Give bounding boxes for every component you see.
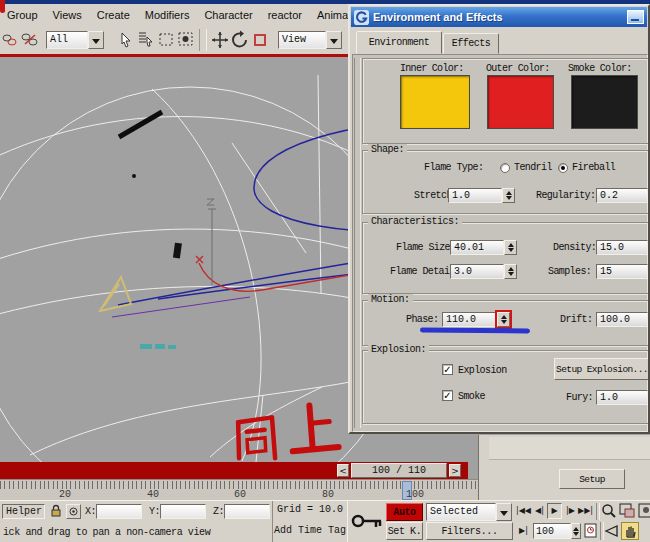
prev-key-button[interactable]: ◀| (532, 503, 547, 519)
reference-coordinate-arrow-icon[interactable] (326, 31, 342, 49)
smoke-checkbox[interactable]: ✓ (442, 390, 453, 401)
rectangular-selection-region-icon[interactable] (156, 30, 176, 50)
add-time-tag[interactable]: Add Time Tag (272, 522, 348, 542)
time-slider-handle[interactable]: 100 / 110 (351, 463, 447, 478)
stretch-field[interactable] (448, 188, 502, 203)
shape-legend: Shape: (368, 144, 407, 155)
zoom-all-icon[interactable] (619, 503, 635, 523)
reference-coordinate-combo[interactable]: View (278, 31, 342, 49)
frame-spinner[interactable] (571, 523, 581, 539)
key-mode-toggle-icon[interactable]: ▶| (516, 523, 531, 539)
explosion-checkbox-label: Explosion (458, 365, 507, 376)
set-key-icon[interactable] (350, 507, 384, 539)
explosion-checkbox[interactable]: ✓ (442, 364, 453, 375)
tick-label: 100 (403, 489, 427, 500)
drift-label: Drift: (560, 314, 592, 325)
z-coord-field[interactable] (224, 504, 270, 519)
flame-type-label: Flame Type: (424, 162, 483, 173)
smoke-color-swatch[interactable] (571, 75, 638, 129)
samples-field[interactable] (596, 264, 648, 279)
outer-color-swatch[interactable] (487, 75, 554, 129)
play-button[interactable]: ▶ (547, 503, 562, 519)
density-label: Density: (553, 242, 596, 253)
move-tool-icon[interactable] (210, 30, 230, 50)
menu-views[interactable]: Views (53, 9, 82, 21)
regularity-field[interactable] (596, 188, 648, 203)
shape-group: Shape: (362, 150, 650, 214)
time-slider-prev-button[interactable]: < (337, 464, 349, 477)
outer-color-label: Outer Color: (486, 63, 550, 74)
select-object-icon[interactable] (116, 30, 136, 50)
tick-label: 60 (228, 489, 252, 500)
phase-spinner[interactable] (497, 312, 510, 327)
samples-label: Samples: (548, 266, 591, 277)
time-configuration-icon[interactable] (584, 523, 598, 542)
selection-lock-icon[interactable] (49, 503, 63, 523)
selection-filter-arrow-icon[interactable] (88, 31, 104, 49)
motion-legend: Motion: (368, 294, 413, 305)
y-coord-label: Y: (149, 506, 160, 517)
menu-group[interactable]: Group (7, 9, 38, 21)
phase-field[interactable] (442, 312, 496, 327)
explosion-legend: Explosion: (368, 344, 429, 355)
field-of-view-icon[interactable] (604, 523, 620, 542)
tab-effects[interactable]: Effects (443, 33, 499, 54)
key-filter-combo[interactable]: Selected (426, 503, 512, 521)
y-coord-field[interactable] (160, 504, 206, 519)
status-separator (596, 503, 600, 520)
setup-button[interactable]: Setup (559, 469, 625, 489)
select-by-name-icon[interactable] (136, 30, 156, 50)
go-to-start-button[interactable]: |◀◀ (516, 503, 531, 519)
flame-detail-spinner[interactable] (504, 264, 517, 279)
menu-modifiers[interactable]: Modifiers (145, 9, 190, 21)
inner-color-swatch[interactable] (400, 75, 470, 129)
menu-reactor[interactable]: reactor (268, 9, 302, 21)
current-frame-field[interactable] (533, 523, 571, 539)
pan-hand-icon[interactable] (621, 522, 639, 540)
go-to-end-button[interactable]: ▶▶| (578, 503, 593, 519)
zoom-tool-icon[interactable] (601, 503, 617, 523)
time-slider-next-button[interactable]: > (449, 464, 461, 477)
menu-create[interactable]: Create (97, 9, 130, 21)
toolbar-separator (199, 29, 207, 51)
density-field[interactable] (596, 240, 648, 255)
reference-coordinate-value[interactable]: View (278, 31, 326, 49)
zoom-extents-icon[interactable] (638, 503, 650, 523)
scale-tool-icon[interactable] (250, 30, 270, 50)
tab-environment[interactable]: Environment (356, 31, 442, 54)
track-bar[interactable]: 20 40 60 80 100 (0, 479, 478, 501)
flame-detail-field[interactable] (450, 264, 504, 279)
fireball-radio[interactable] (558, 163, 568, 173)
dialog-titlebar[interactable]: Environment and Effects (351, 7, 647, 27)
selection-filter-combo[interactable]: All (46, 31, 104, 49)
key-filter-value[interactable]: Selected (426, 503, 496, 521)
set-key-button[interactable]: Set K. (386, 522, 423, 540)
setup-explosion-button[interactable]: Setup Explosion... (554, 358, 650, 380)
x-coord-field[interactable] (96, 504, 142, 519)
auto-key-button[interactable]: Auto (386, 503, 423, 521)
tendril-radio[interactable] (500, 163, 510, 173)
blue-annotation-underline (420, 328, 530, 334)
rotate-tool-icon[interactable] (230, 30, 250, 50)
status-bar: Helper X: Y: Z: Grid = 10.0 Auto Selecte… (0, 500, 650, 542)
selection-filter-value[interactable]: All (46, 31, 88, 49)
drift-field[interactable] (596, 312, 648, 327)
next-key-button[interactable]: |▶ (563, 503, 578, 519)
window-crossing-toggle-icon[interactable] (176, 30, 196, 50)
rollout-edge-strip (354, 58, 361, 428)
select-and-link-icon[interactable] (0, 30, 20, 50)
absolute-offset-toggle-icon[interactable] (66, 504, 81, 519)
flame-size-field[interactable] (450, 240, 504, 255)
tick-label: 80 (316, 489, 340, 500)
dialog-minimize-button[interactable] (627, 10, 644, 24)
smoke-color-label: Smoke Color: (568, 63, 632, 74)
fury-field[interactable] (596, 390, 648, 405)
flame-size-spinner[interactable] (504, 240, 517, 255)
key-filter-arrow-icon[interactable] (496, 503, 512, 521)
stretch-spinner[interactable] (502, 188, 515, 203)
menu-character[interactable]: Character (204, 9, 252, 21)
tick-label: 20 (53, 489, 77, 500)
filters-button[interactable]: Filters... (426, 522, 513, 540)
unlink-selection-icon[interactable] (20, 30, 40, 50)
characteristics-legend: Characteristics: (368, 216, 462, 227)
